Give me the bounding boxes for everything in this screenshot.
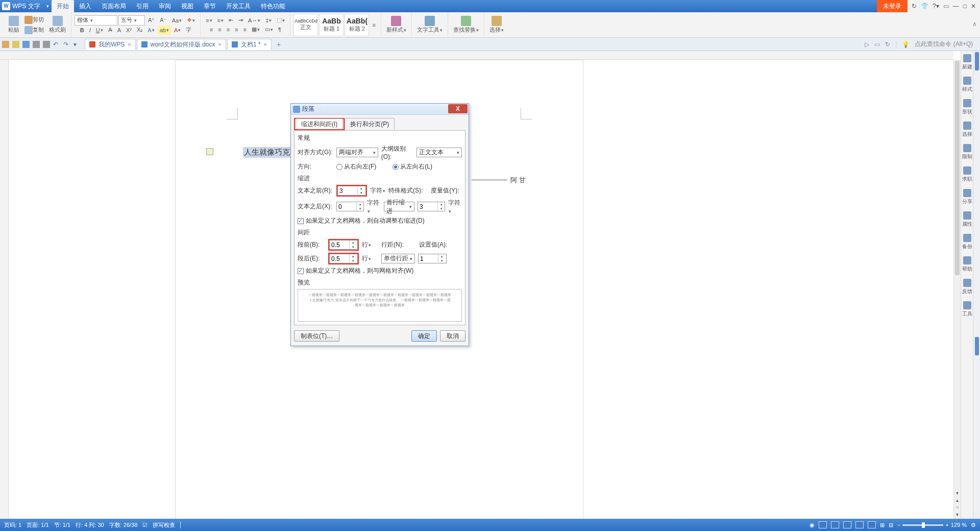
vertical-scrollbar[interactable]: ▴ ▾ ▴ ○ ▾ — [953, 60, 961, 519]
grid-align-checkbox[interactable]: 如果定义了文档网格，则与网格对齐(W) — [298, 267, 413, 275]
sidebar-item-prop[interactable]: 属性 — [962, 211, 972, 228]
pin-icon[interactable]: ▭ — [943, 3, 949, 10]
sort-button[interactable]: ⬚▾ — [275, 16, 287, 25]
align-left-button[interactable]: ≡ — [208, 25, 215, 34]
sync-icon[interactable]: ↻ — [885, 41, 890, 48]
print-icon[interactable] — [33, 41, 40, 48]
browse-object-icon[interactable]: ○ — [954, 504, 961, 512]
before-text-spinner[interactable]: ▴▾ — [337, 186, 366, 196]
align-justify-button[interactable]: ≡ — [233, 25, 240, 34]
new-tab-button[interactable]: + — [273, 40, 285, 49]
align-distribute-button[interactable]: ≡ — [241, 25, 248, 34]
redo-icon[interactable]: ↷ — [63, 41, 70, 48]
change-case-button[interactable]: Aa▾ — [170, 16, 184, 25]
status-line-col[interactable]: 行: 4 列: 30 — [76, 521, 104, 529]
clear-format-button[interactable]: ❖▾ — [185, 16, 197, 25]
find-replace-button[interactable]: 查找替换▾ — [451, 16, 481, 34]
style-heading1[interactable]: AaBb标题 1 — [319, 14, 344, 36]
view-draft-button[interactable] — [868, 521, 876, 528]
tabs-button[interactable]: 制表位(T)… — [294, 330, 339, 342]
close-tab-icon[interactable]: × — [128, 41, 131, 47]
help-icon[interactable]: ?▾ — [933, 3, 939, 10]
save-icon[interactable] — [22, 41, 30, 48]
fit-page-icon[interactable]: ⊞ — [880, 522, 885, 528]
view-outline-button[interactable] — [831, 521, 839, 528]
line-spacing-select[interactable]: 单倍行距▾ — [381, 254, 415, 263]
status-page[interactable]: 页面: 1/1 — [27, 521, 48, 529]
open-icon[interactable] — [12, 41, 19, 48]
copy-button[interactable]: 复制 — [22, 26, 46, 35]
tab-review[interactable]: 审阅 — [154, 0, 176, 12]
tab-pagelayout[interactable]: 页面布局 — [96, 0, 131, 12]
sidebar-item-job[interactable]: 求职 — [962, 166, 972, 183]
zoom-value[interactable]: 129 % — [951, 522, 967, 528]
font-color-button[interactable]: A▾ — [172, 26, 183, 35]
status-spellcheck-icon[interactable]: ☑ — [142, 522, 148, 528]
vertical-ruler[interactable] — [0, 60, 9, 519]
after-text-spinner[interactable]: ▴▾ — [336, 202, 364, 211]
shading-button[interactable]: ▦▾ — [250, 25, 262, 34]
dialog-tab-pagebreak[interactable]: 换行和分页(P) — [345, 118, 395, 130]
sidebar-item-share[interactable]: 分享 — [962, 189, 972, 205]
style-normal[interactable]: AaBbCcDd正文 — [293, 14, 318, 36]
reading-mode-icon[interactable]: ◉ — [810, 522, 815, 528]
underline-button[interactable]: U▾ — [94, 26, 105, 35]
sidebar-item-limit[interactable]: 限制 — [962, 144, 972, 160]
align-center-button[interactable]: ≡ — [216, 25, 223, 34]
sidebar-item-shape[interactable]: 形状 — [962, 99, 972, 115]
doc-icon[interactable]: ▭ — [874, 41, 880, 48]
sidebar-item-tools[interactable]: 工具 — [962, 301, 972, 318]
next-page-icon[interactable]: ▾ — [954, 512, 961, 519]
view-read-button[interactable] — [855, 521, 864, 528]
tab-devtools[interactable]: 开发工具 — [221, 0, 256, 12]
login-button[interactable]: 未登录 — [877, 0, 908, 12]
bold-button[interactable]: B — [78, 26, 86, 35]
grow-font-button[interactable]: A⁺ — [146, 16, 157, 25]
qa-dropdown-icon[interactable]: ▾ — [74, 41, 81, 48]
line-spacing-button[interactable]: ‡▾ — [263, 16, 274, 25]
text-effects-button[interactable]: A▾ — [145, 26, 156, 35]
shortcut-icon[interactable]: ▷ — [865, 41, 869, 48]
status-spellcheck[interactable]: 拼写检查 — [153, 521, 175, 529]
app-menu-dropdown[interactable]: ▾ — [44, 4, 52, 9]
sidebar-item-style[interactable]: 样式 — [962, 77, 972, 93]
close-tab-icon[interactable]: × — [218, 41, 221, 47]
doc-tab-file3[interactable]: 文档1 *× — [227, 39, 272, 50]
bullets-button[interactable]: ≡▾ — [204, 16, 214, 25]
sidebar-item-select[interactable]: 选择 — [962, 122, 972, 138]
close-tab-icon[interactable]: × — [264, 41, 267, 47]
zoom-out-button[interactable]: − — [897, 522, 900, 528]
numbering-button[interactable]: ≡▾ — [215, 16, 226, 25]
tab-section[interactable]: 章节 — [199, 0, 221, 12]
paste-button[interactable]: 粘贴 — [6, 16, 21, 34]
scroll-down-icon[interactable]: ▾ — [954, 490, 961, 497]
new-style-button[interactable]: 新样式▾ — [384, 16, 408, 34]
refresh-icon[interactable]: ↻ — [912, 3, 917, 10]
format-painter-button[interactable]: 格式刷 — [47, 16, 68, 34]
ok-button[interactable]: 确定 — [411, 330, 437, 342]
document-canvas[interactable]: 人生就像巧克力, 阿 甘 — [9, 60, 953, 519]
status-words[interactable]: 字数: 26/38 — [109, 521, 138, 529]
tshirt-icon[interactable]: 👕 — [921, 3, 928, 10]
indent-dec-button[interactable]: ⇤ — [227, 16, 235, 25]
scroll-thumb[interactable] — [955, 61, 960, 275]
collapse-ribbon-button[interactable]: ∧ — [972, 20, 977, 28]
tab-view[interactable]: 视图 — [176, 0, 199, 12]
special-select[interactable]: 首行缩进▾ — [384, 202, 414, 211]
phonetic-button[interactable]: 字 — [184, 26, 193, 35]
settings-icon[interactable]: ⚙ — [971, 522, 976, 528]
sidebar-item-backup[interactable]: 备份 — [962, 234, 972, 250]
command-search-hint[interactable]: 点此查找命令 (Alt+Q) — [915, 40, 973, 49]
new-doc-icon[interactable] — [2, 41, 9, 48]
minimap-marker[interactable] — [975, 52, 979, 70]
sidebar-item-help[interactable]: 帮助 — [962, 256, 972, 273]
font-size-combo[interactable]: 五号▾ — [118, 15, 145, 26]
font-name-combo[interactable]: 楷体▾ — [75, 15, 117, 26]
minimap-marker[interactable] — [975, 337, 979, 355]
tab-start[interactable]: 开始 — [52, 0, 74, 12]
doc-tab-mywps[interactable]: 我的WPS× — [85, 39, 136, 50]
view-web-button[interactable] — [843, 521, 851, 528]
print-preview-icon[interactable] — [43, 41, 50, 48]
direction-rtl-radio[interactable]: 从右向左(F) — [336, 162, 376, 171]
align-select[interactable]: 两端对齐▾ — [336, 148, 378, 157]
